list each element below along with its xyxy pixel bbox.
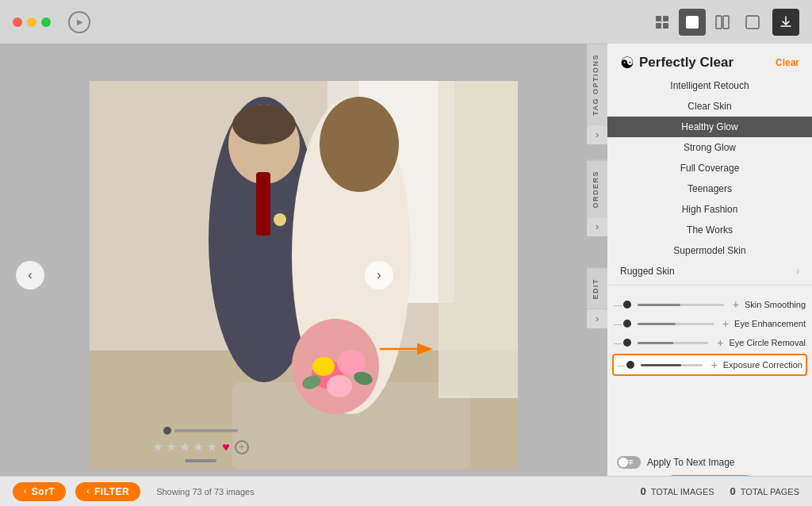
drag-handle <box>185 459 216 462</box>
preset-intelligent-retouch[interactable]: Intelligent Retouch <box>607 75 812 96</box>
close-button[interactable] <box>13 17 22 27</box>
single-view-icon[interactable] <box>679 9 706 36</box>
preset-rugged-skin[interactable]: Rugged Skin › <box>607 261 812 282</box>
preset-teenagers[interactable]: Teenagers <box>607 178 812 199</box>
progress-indicator <box>163 427 238 435</box>
panel-title: Perfectly Clear <box>639 55 733 71</box>
traffic-lights <box>13 17 51 27</box>
svg-point-23 <box>327 375 352 397</box>
wedding-photo <box>90 81 518 470</box>
eye-enhancement-track[interactable] <box>638 323 714 325</box>
svg-rect-16 <box>256 172 270 236</box>
preset-the-works[interactable]: The Works <box>607 220 812 240</box>
skin-smoothing-dot <box>623 301 631 309</box>
sort-arrow-icon: ‹ <box>24 487 27 496</box>
exposure-correction-dot <box>626 361 634 369</box>
frame-icon[interactable] <box>739 9 766 36</box>
edit-expand[interactable]: › <box>587 309 607 328</box>
exposure-correction-track[interactable] <box>641 364 703 366</box>
titlebar <box>0 0 812 44</box>
total-info: 0 TOTAL IMAGES 0 TOTAL PAGES <box>640 485 799 497</box>
skin-smoothing-plus[interactable]: + <box>730 298 741 311</box>
add-tag-button[interactable]: + <box>235 440 249 454</box>
exposure-correction-plus[interactable]: + <box>709 358 720 371</box>
filter-label: FILTER <box>94 486 129 497</box>
clear-button[interactable]: Clear <box>776 57 799 68</box>
skin-smoothing-row: — + Skin Smoothing <box>607 295 812 314</box>
total-pages-count: 0 <box>730 485 736 497</box>
svg-rect-5 <box>716 16 722 29</box>
divider <box>607 285 812 286</box>
eye-enhancement-label: Eye Enhancement <box>734 319 806 328</box>
svg-rect-6 <box>723 16 729 29</box>
maximize-button[interactable] <box>41 17 51 27</box>
progress-line <box>174 429 238 432</box>
main-area: ‹ › ★ ★ ★ ★ ★ ♥ + <box>0 44 812 506</box>
svg-rect-0 <box>656 16 661 21</box>
svg-point-27 <box>274 213 286 226</box>
apply-label: Apply To Next Image <box>647 457 735 468</box>
tag-options-expand[interactable]: › <box>587 125 607 144</box>
bottom-bar: ‹ SorT ‹ FILTER Showing 73 of 73 images … <box>0 476 812 506</box>
edit-tab[interactable]: EDIT <box>587 268 607 309</box>
svg-rect-4 <box>686 16 699 29</box>
skin-smoothing-track[interactable] <box>638 304 724 306</box>
total-images-count: 0 <box>640 485 645 497</box>
sort-button[interactable]: ‹ SorT <box>13 482 66 501</box>
logo-icon: ☯ <box>620 53 634 72</box>
orders-tab[interactable]: ORDERS <box>587 160 607 218</box>
exposure-correction-fill <box>641 364 681 366</box>
arrow-annotation <box>373 333 437 365</box>
eye-circle-removal-dot <box>623 339 631 347</box>
prev-button[interactable]: ‹ <box>16 261 44 289</box>
preset-healthy-glow[interactable]: Healthy Glow <box>607 117 812 137</box>
svg-point-24 <box>312 357 335 376</box>
exposure-correction-row: — + Exposure Correction <box>612 354 807 376</box>
toolbar-icons <box>649 9 799 36</box>
eye-enhancement-row: — + Eye Enhancement <box>607 314 812 333</box>
preset-supermodel-skin[interactable]: Supermodel Skin <box>607 240 812 261</box>
eye-enhancement-dot <box>623 320 631 328</box>
skin-smoothing-label: Skin Smoothing <box>745 300 806 309</box>
minimize-button[interactable] <box>27 17 36 27</box>
total-pages-label: TOTAL PAGES <box>741 487 799 496</box>
next-button[interactable]: › <box>365 261 393 289</box>
play-button[interactable] <box>68 11 90 33</box>
sort-label: SorT <box>32 486 55 497</box>
svg-rect-1 <box>663 16 668 21</box>
active-dot <box>163 427 171 435</box>
grid-4-icon[interactable] <box>649 9 676 36</box>
download-icon[interactable] <box>772 9 799 36</box>
total-images-item: 0 TOTAL IMAGES <box>640 485 714 497</box>
svg-point-22 <box>337 350 366 375</box>
image-viewer: ‹ › ★ ★ ★ ★ ★ ♥ + <box>0 44 607 506</box>
total-images-label: TOTAL IMAGES <box>651 487 714 496</box>
preset-strong-glow[interactable]: Strong Glow <box>607 137 812 158</box>
filter-arrow-icon: ‹ <box>86 487 90 496</box>
panel-logo: ☯ Perfectly Clear <box>620 53 733 72</box>
orders-expand[interactable]: › <box>587 217 607 236</box>
eye-circle-removal-track[interactable] <box>638 342 708 344</box>
star-rating[interactable]: ★ ★ ★ ★ ★ <box>152 439 217 454</box>
heart-icon[interactable]: ♥ <box>222 440 230 454</box>
svg-point-15 <box>232 105 296 144</box>
eye-circle-removal-fill <box>638 342 673 344</box>
eye-enhancement-plus[interactable]: + <box>720 317 731 330</box>
tag-options-tab[interactable]: TAG OPTIONS <box>587 44 607 125</box>
sliders-section: — + Skin Smoothing — + Eye Enhancement <box>607 289 812 384</box>
filter-button[interactable]: ‹ FILTER <box>75 482 140 501</box>
panel-header: ☯ Perfectly Clear Clear <box>607 44 812 75</box>
total-pages-item: 0 TOTAL PAGES <box>730 485 799 497</box>
preset-high-fashion[interactable]: High Fashion <box>607 199 812 220</box>
right-panel: TAG OPTIONS › ORDERS › EDIT › ☯ Perfectl… <box>607 44 812 506</box>
preset-full-coverage[interactable]: Full Coverage <box>607 158 812 178</box>
compare-icon[interactable] <box>709 9 736 36</box>
svg-point-19 <box>320 97 399 192</box>
svg-rect-3 <box>663 23 668 29</box>
eye-enhancement-fill <box>638 323 676 325</box>
apply-toggle[interactable]: OFF <box>617 456 641 469</box>
preset-clear-skin[interactable]: Clear Skin <box>607 96 812 117</box>
toggle-off-label: OFF <box>619 458 634 466</box>
eye-circle-removal-plus[interactable]: + <box>714 336 726 349</box>
image-bottom-controls: ★ ★ ★ ★ ★ ♥ + <box>0 427 401 462</box>
